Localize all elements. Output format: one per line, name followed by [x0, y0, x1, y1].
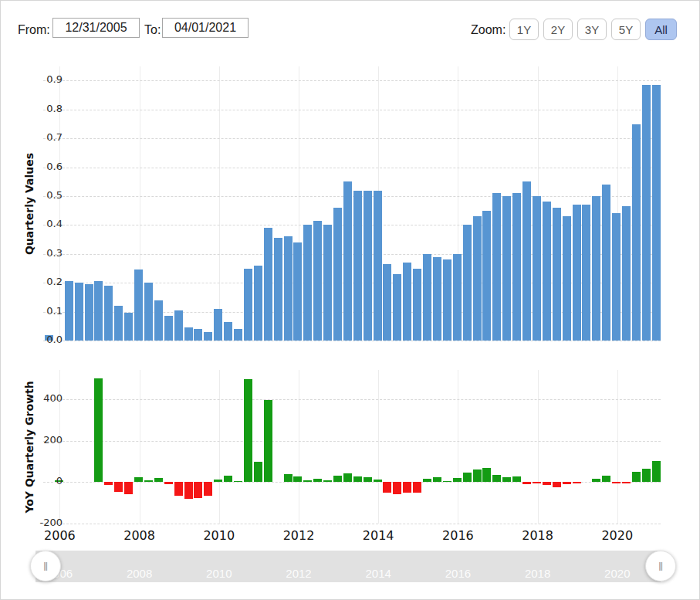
growth-bar[interactable] [453, 478, 462, 482]
growth-bar[interactable] [254, 462, 262, 482]
quarterly-value-bar[interactable] [244, 269, 252, 341]
quarterly-value-bar[interactable] [323, 225, 332, 341]
quarterly-value-bar[interactable] [134, 269, 143, 341]
growth-bar[interactable] [114, 482, 123, 492]
quarterly-value-bar[interactable] [443, 259, 451, 341]
growth-bar[interactable] [622, 482, 631, 483]
quarterly-value-bar[interactable] [403, 263, 411, 341]
growth-bar[interactable] [403, 482, 411, 493]
growth-bar[interactable] [563, 482, 571, 484]
quarterly-value-bar[interactable] [433, 257, 441, 341]
navigator-right-handle[interactable]: ‖ [645, 551, 676, 581]
growth-bar[interactable] [632, 472, 641, 482]
quarterly-value-bar[interactable] [423, 254, 431, 341]
quarterly-value-bar[interactable] [353, 191, 362, 341]
quarterly-value-bar[interactable] [204, 332, 212, 341]
growth-bar[interactable] [443, 481, 451, 482]
growth-bar[interactable] [343, 473, 352, 482]
growth-bar[interactable] [224, 476, 232, 482]
growth-bar[interactable] [383, 482, 391, 493]
quarterly-value-bar[interactable] [85, 284, 93, 341]
quarterly-value-bar[interactable] [124, 313, 133, 341]
quarterly-value-bar[interactable] [622, 206, 631, 341]
quarterly-value-bar[interactable] [333, 208, 342, 341]
quarterly-value-bar[interactable] [313, 221, 322, 341]
quarterly-value-bar[interactable] [383, 264, 391, 341]
growth-bar[interactable] [303, 480, 312, 482]
growth-bar[interactable] [482, 468, 491, 482]
growth-bar[interactable] [174, 482, 183, 496]
growth-bar[interactable] [423, 479, 431, 482]
growth-bar[interactable] [353, 476, 362, 482]
quarterly-value-bar[interactable] [224, 322, 232, 341]
quarterly-value-bar[interactable] [94, 281, 103, 341]
quarterly-value-bar[interactable] [652, 85, 661, 341]
growth-bar[interactable] [204, 482, 212, 496]
growth-bar[interactable] [364, 477, 372, 482]
quarterly-value-bar[interactable] [374, 191, 382, 341]
growth-bar[interactable] [463, 473, 472, 482]
growth-bar[interactable] [104, 482, 113, 485]
growth-bar[interactable] [374, 480, 382, 482]
quarterly-value-bar[interactable] [164, 316, 173, 341]
growth-bar[interactable] [164, 482, 173, 484]
quarterly-value-bar[interactable] [393, 274, 401, 341]
quarterly-value-bar[interactable] [194, 329, 202, 341]
growth-bar[interactable] [244, 379, 252, 482]
quarterly-value-bar[interactable] [293, 242, 302, 341]
quarterly-value-bar[interactable] [533, 196, 541, 341]
growth-bar[interactable] [642, 469, 651, 482]
quarterly-value-bar[interactable] [114, 306, 123, 341]
growth-bar[interactable] [264, 400, 272, 482]
quarterly-value-bar[interactable] [234, 329, 242, 341]
quarterly-value-bar[interactable] [602, 185, 610, 341]
growth-bar[interactable] [184, 482, 193, 499]
growth-bar[interactable] [433, 477, 441, 482]
growth-bar[interactable] [522, 482, 531, 484]
navigator-left-handle[interactable]: ‖ [30, 551, 61, 581]
quarterly-value-bar[interactable] [582, 205, 590, 341]
quarterly-value-bar[interactable] [214, 309, 222, 341]
quarterly-value-bar[interactable] [573, 205, 581, 341]
growth-bar[interactable] [592, 479, 600, 482]
quarterly-value-bar[interactable] [303, 225, 312, 341]
quarterly-value-bar[interactable] [512, 193, 521, 341]
growth-bar[interactable] [413, 482, 421, 493]
quarterly-value-bar[interactable] [463, 225, 472, 341]
quarterly-value-bar[interactable] [642, 85, 651, 341]
quarterly-value-bar[interactable] [284, 236, 293, 341]
quarterly-value-bar[interactable] [453, 254, 462, 341]
growth-bar[interactable] [652, 461, 661, 482]
quarterly-value-bar[interactable] [254, 266, 262, 341]
growth-bar[interactable] [284, 474, 293, 482]
quarterly-value-bar[interactable] [65, 281, 73, 341]
growth-bar[interactable] [533, 482, 541, 483]
growth-bar[interactable] [144, 480, 153, 482]
growth-bar[interactable] [154, 478, 163, 482]
quarterly-value-bar[interactable] [75, 283, 83, 341]
quarterly-value-bar[interactable] [612, 213, 621, 341]
quarterly-value-bar[interactable] [413, 269, 421, 341]
growth-bar[interactable] [333, 476, 342, 482]
quarterly-value-bar[interactable] [104, 286, 113, 341]
quarterly-value-bar[interactable] [264, 228, 272, 341]
growth-bar[interactable] [323, 480, 332, 482]
growth-bar[interactable] [473, 469, 482, 482]
growth-bar[interactable] [543, 482, 551, 485]
quarterly-value-bar[interactable] [473, 216, 482, 341]
quarterly-value-bar[interactable] [592, 196, 600, 341]
quarterly-value-bar[interactable] [144, 283, 153, 341]
quarterly-value-bar[interactable] [482, 211, 491, 341]
growth-bar[interactable] [313, 479, 322, 482]
quarterly-value-bar[interactable] [154, 300, 163, 341]
growth-bar[interactable] [612, 482, 621, 483]
growth-bar[interactable] [94, 378, 103, 482]
quarterly-value-bar[interactable] [174, 310, 183, 341]
growth-bar[interactable] [194, 482, 202, 498]
growth-bar[interactable] [214, 480, 222, 482]
growth-bar[interactable] [293, 476, 302, 482]
quarterly-value-bar[interactable] [364, 191, 372, 341]
growth-bar[interactable] [602, 476, 610, 482]
growth-bar[interactable] [512, 476, 521, 482]
growth-bar[interactable] [553, 482, 561, 487]
